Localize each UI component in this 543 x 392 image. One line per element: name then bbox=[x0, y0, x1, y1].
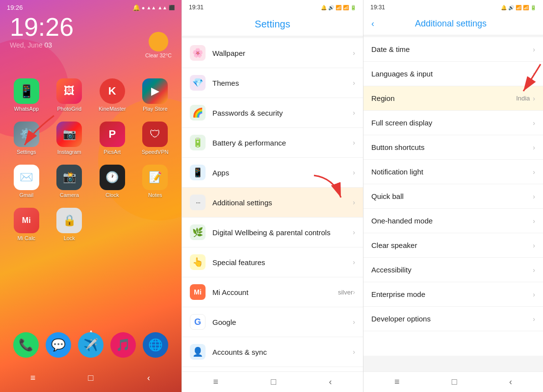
settings-nav-home[interactable]: □ bbox=[271, 377, 276, 387]
additional-item-clearspeaker[interactable]: Clear speaker › bbox=[363, 233, 543, 258]
settings-item-battery[interactable]: 🔋 Battery & performance › bbox=[182, 128, 363, 158]
additional-item-button[interactable]: Button shortcuts › bbox=[363, 135, 543, 160]
app-kinemaster[interactable]: K KineMaster bbox=[93, 78, 131, 112]
dock-messages[interactable]: 💬 bbox=[46, 332, 71, 358]
accessibility-label: Accessibility bbox=[371, 266, 533, 274]
photogrid-icon: 🖼 bbox=[56, 78, 82, 104]
home-dock: 📞 💬 ✈️ 🎵 🌐 bbox=[0, 327, 181, 363]
google-icon: G bbox=[190, 314, 206, 330]
settings-item-themes[interactable]: 💎 Themes › bbox=[182, 68, 363, 98]
nav-menu[interactable]: ≡ bbox=[26, 373, 40, 383]
app-playstore[interactable]: ▶ Play Store bbox=[136, 78, 175, 112]
digital-wellbeing-chevron: › bbox=[353, 228, 355, 236]
settings-status-icons: 🔔 🔊 📶 📶 🔋 bbox=[321, 5, 356, 10]
app-grid-row2: ⚙️ Settings 📷 Instagram P PicsArt 🛡 Spee… bbox=[0, 117, 181, 160]
additional-item-onehanded[interactable]: One-handed mode › bbox=[363, 209, 543, 233]
additional-title: Additional settings bbox=[378, 19, 523, 29]
dock-browser[interactable]: 🌐 bbox=[143, 332, 168, 358]
settings-nav-back[interactable]: ‹ bbox=[329, 377, 332, 387]
additional-nav-menu[interactable]: ≡ bbox=[394, 377, 400, 387]
button-shortcuts-label: Button shortcuts bbox=[371, 143, 533, 151]
google-label: Google bbox=[212, 318, 353, 326]
playstore-icon: ▶ bbox=[142, 78, 168, 104]
settings-item-google[interactable]: G Google › bbox=[182, 307, 363, 337]
additional-item-developer[interactable]: Developer options › bbox=[363, 307, 543, 331]
additional-status-bar: 19:31 🔔 🔊 📶 📶 🔋 bbox=[363, 0, 543, 13]
additional-item-quickball[interactable]: Quick ball › bbox=[363, 184, 543, 209]
special-features-label: Special features bbox=[212, 258, 353, 267]
special-features-chevron: › bbox=[353, 258, 355, 266]
settings-item-special[interactable]: 👆 Special features › bbox=[182, 247, 363, 277]
dock-phone[interactable]: 📞 bbox=[13, 332, 39, 358]
dock-telegram[interactable]: ✈️ bbox=[78, 332, 103, 358]
additional-title-bar: ‹ Additional settings bbox=[363, 13, 543, 35]
app-calculator[interactable]: Mi Mi Calc bbox=[7, 208, 46, 241]
camera-label: Camera bbox=[60, 192, 79, 198]
additional-nav-bar: ≡ □ ‹ bbox=[363, 371, 543, 392]
additional-item-fullscreen[interactable]: Full screen display › bbox=[363, 111, 543, 135]
lock-icon: 🔒 bbox=[56, 208, 82, 233]
app-lock[interactable]: 🔒 Lock bbox=[51, 208, 89, 241]
app-whatsapp[interactable]: 📱 WhatsApp bbox=[7, 78, 46, 112]
nav-back[interactable]: ‹ bbox=[141, 373, 156, 383]
lock-label: Lock bbox=[64, 235, 75, 241]
app-grid-row3: ✉️ Gmail 📸 Camera 🕐 Clock 📝 Notes bbox=[0, 160, 181, 203]
settings-item-additional[interactable]: ··· Additional settings › bbox=[182, 188, 363, 218]
settings-nav-bar: ≡ □ ‹ bbox=[182, 371, 363, 392]
app-speedvpn[interactable]: 🛡 SpeedVPN bbox=[136, 122, 175, 155]
additional-item-accessibility[interactable]: Accessibility › bbox=[363, 258, 543, 282]
additional-nav-home[interactable]: □ bbox=[452, 377, 457, 387]
settings-item-wallpaper[interactable]: 🌸 Wallpaper › bbox=[182, 38, 363, 68]
dock-music[interactable]: 🎵 bbox=[110, 332, 136, 358]
additional-item-notification[interactable]: Notification light › bbox=[363, 160, 543, 184]
instagram-label: Instagram bbox=[57, 149, 81, 155]
mi-account-label: Mi Account bbox=[212, 288, 338, 296]
apps-label: Apps bbox=[212, 169, 353, 177]
digital-wellbeing-label: Digital Wellbeing & parental controls bbox=[212, 228, 353, 237]
fullscreen-label: Full screen display bbox=[371, 119, 533, 127]
settings-item-apps[interactable]: 📱 Apps › bbox=[182, 158, 363, 188]
settings-nav-menu[interactable]: ≡ bbox=[213, 377, 219, 387]
region-chevron: › bbox=[533, 95, 535, 102]
button-shortcuts-chevron: › bbox=[533, 144, 535, 151]
app-camera[interactable]: 📸 Camera bbox=[51, 165, 89, 198]
additional-item-region[interactable]: Region India › bbox=[363, 86, 543, 111]
passwords-icon: 🌈 bbox=[190, 105, 206, 121]
languages-chevron: › bbox=[533, 70, 535, 78]
additional-settings-list: Date & time › Languages & input › Region… bbox=[363, 37, 543, 356]
settings-item-accounts[interactable]: 👤 Accounts & sync › bbox=[182, 337, 363, 367]
gmail-icon: ✉️ bbox=[14, 165, 39, 190]
one-handed-mode-label: One-handed mode bbox=[371, 217, 533, 225]
settings-item-passwords[interactable]: 🌈 Passwords & security › bbox=[182, 98, 363, 128]
region-label: Region bbox=[371, 94, 516, 102]
app-photogrid[interactable]: 🖼 PhotoGrid bbox=[51, 78, 89, 112]
settings-title: Settings bbox=[182, 13, 363, 36]
additional-item-datetime[interactable]: Date & time › bbox=[363, 37, 543, 62]
calculator-label: Mi Calc bbox=[17, 235, 35, 241]
gmail-label: Gmail bbox=[19, 192, 33, 198]
photogrid-label: PhotoGrid bbox=[57, 106, 81, 112]
additional-nav-back[interactable]: ‹ bbox=[509, 377, 512, 387]
settings-item-mi-account[interactable]: Mi Mi Account silver › bbox=[182, 277, 363, 307]
app-picsart[interactable]: P PicsArt bbox=[93, 122, 131, 155]
additional-chevron: › bbox=[353, 198, 355, 206]
app-notes[interactable]: 📝 Notes bbox=[136, 165, 175, 198]
themes-icon: 💎 bbox=[190, 75, 206, 91]
mi-account-chevron: › bbox=[353, 288, 355, 296]
languages-label: Languages & input bbox=[371, 70, 533, 78]
app-instagram[interactable]: 📷 Instagram bbox=[51, 122, 89, 155]
app-clock[interactable]: 🕐 Clock bbox=[93, 165, 131, 198]
quick-ball-chevron: › bbox=[533, 193, 535, 200]
whatsapp-label: WhatsApp bbox=[14, 106, 39, 112]
app-gmail[interactable]: ✉️ Gmail bbox=[7, 165, 46, 198]
nav-home[interactable]: □ bbox=[83, 373, 98, 383]
settings-screen: 19:31 🔔 🔊 📶 📶 🔋 Settings 🌸 Wallpaper › 💎… bbox=[181, 0, 363, 392]
additional-item-languages[interactable]: Languages & input › bbox=[363, 62, 543, 86]
app-settings[interactable]: ⚙️ Settings bbox=[7, 122, 46, 155]
themes-chevron: › bbox=[353, 79, 355, 87]
additional-time: 19:31 bbox=[370, 4, 385, 11]
region-value: India bbox=[516, 95, 530, 102]
settings-item-digital[interactable]: 🌿 Digital Wellbeing & parental controls … bbox=[182, 218, 363, 247]
additional-item-enterprise[interactable]: Enterprise mode › bbox=[363, 282, 543, 307]
additional-back-button[interactable]: ‹ bbox=[371, 19, 374, 29]
